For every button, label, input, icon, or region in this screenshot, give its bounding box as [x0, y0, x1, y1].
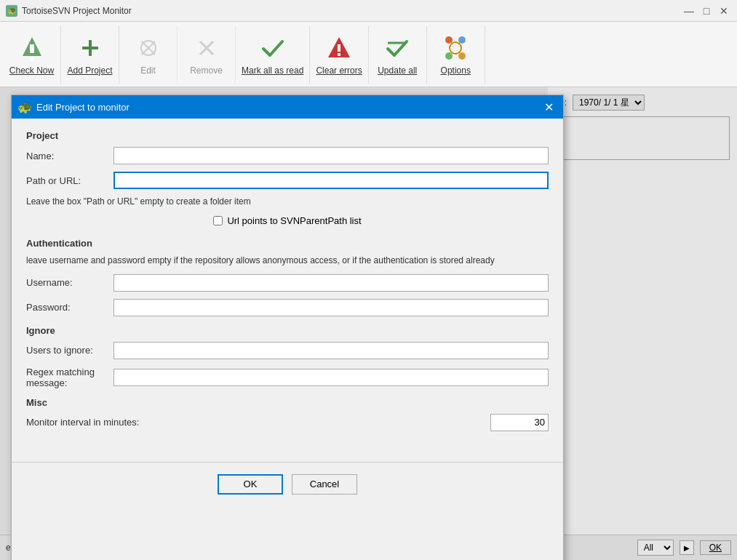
options-label: Options [441, 65, 471, 76]
mark-all-as-read-button[interactable]: Mark all as read [236, 25, 310, 84]
path-url-label: Path or URL: [26, 175, 113, 186]
regex-row: Regex matching message: [26, 367, 549, 388]
minimize-button[interactable]: — [682, 4, 696, 18]
svg-rect-1 [30, 44, 34, 53]
username-row: Username: [26, 274, 549, 292]
dialog-title-bar: 🐢 Edit Project to monitor ✕ [12, 95, 563, 119]
add-project-label: Add Project [67, 65, 112, 76]
users-ignore-label: Users to ignore: [26, 345, 113, 356]
dialog-title-icon: 🐢 [17, 100, 32, 114]
svn-parent-path-checkbox[interactable] [213, 216, 223, 225]
check-now-icon [17, 33, 47, 63]
auth-hint-text: leave username and password empty if the… [26, 255, 549, 267]
edit-project-dialog: 🐢 Edit Project to monitor ✕ Project Name… [11, 95, 564, 560]
update-all-icon [383, 33, 412, 63]
dialog-title-text: Edit Project to monitor [36, 102, 540, 113]
mark-all-read-icon [258, 33, 287, 63]
remove-label: Remove [190, 65, 223, 76]
dialog-cancel-button[interactable]: Cancel [292, 474, 357, 495]
maximize-button[interactable]: □ [699, 4, 714, 18]
auth-section-label: Authentication [26, 238, 549, 249]
svg-rect-4 [89, 40, 92, 56]
users-ignore-row: Users to ignore: [26, 342, 549, 359]
close-button[interactable]: ✕ [717, 4, 731, 18]
check-now-label: Check Now [9, 65, 54, 76]
password-label: Password: [26, 302, 113, 313]
options-button[interactable]: Options [427, 25, 485, 84]
password-input[interactable] [113, 299, 549, 316]
edit-icon [134, 33, 163, 63]
svg-point-18 [458, 52, 466, 60]
add-project-button[interactable]: Add Project [61, 25, 119, 84]
svg-point-15 [445, 36, 453, 44]
check-now-button[interactable]: Check Now [3, 25, 61, 84]
project-section-label: Project [26, 130, 549, 141]
update-all-button[interactable]: Update all [369, 25, 427, 84]
svg-rect-11 [338, 44, 340, 52]
misc-section: Misc Monitor interval in minutes: [26, 397, 549, 431]
path-hint-text: Leave the box "Path or URL" empty to cre… [26, 196, 549, 207]
dialog-footer: OK Cancel [12, 462, 563, 509]
path-url-input[interactable] [113, 172, 549, 189]
name-input[interactable] [113, 147, 549, 164]
svn-parent-path-row: Url points to SVNParentPath list [26, 215, 549, 226]
monitor-interval-label: Monitor interval in minutes: [26, 417, 490, 428]
svg-point-17 [445, 52, 453, 60]
ignore-section: Ignore Users to ignore: Regex matching m… [26, 325, 549, 388]
clear-errors-label: Clear errors [316, 65, 362, 76]
username-label: Username: [26, 277, 113, 288]
svg-point-16 [458, 36, 466, 44]
dialog-close-button[interactable]: ✕ [540, 98, 557, 116]
name-field-label: Name: [26, 151, 113, 161]
edit-button[interactable]: Edit [119, 25, 178, 84]
dialog-ok-button[interactable]: OK [218, 474, 283, 495]
regex-input[interactable] [113, 369, 549, 386]
name-row: Name: [26, 147, 549, 164]
monitor-interval-input[interactable] [490, 414, 549, 431]
svg-point-14 [450, 42, 461, 54]
monitor-interval-row: Monitor interval in minutes: [26, 414, 549, 431]
password-row: Password: [26, 299, 549, 316]
toolbar: Check Now Add Project Edit [0, 22, 737, 87]
remove-button[interactable]: Remove [178, 25, 236, 84]
title-bar: 🐢 TortoiseSVN Project Monitor — □ ✕ [0, 0, 737, 22]
path-url-row: Path or URL: [26, 172, 549, 189]
username-input[interactable] [113, 274, 549, 292]
edit-label: Edit [140, 65, 156, 76]
svg-point-2 [30, 57, 34, 61]
svg-rect-12 [338, 53, 340, 56]
users-ignore-input[interactable] [113, 342, 549, 359]
svn-parent-path-label: Url points to SVNParentPath list [227, 215, 361, 226]
misc-section-label: Misc [26, 397, 549, 408]
add-project-icon [76, 33, 105, 63]
ignore-section-label: Ignore [26, 325, 549, 336]
main-content: To: 1970/ 1/ 1 星 ed, showing 0 changed p… [0, 87, 737, 560]
mark-all-read-label: Mark all as read [242, 65, 303, 76]
options-icon [441, 33, 470, 63]
window-controls: — □ ✕ [682, 4, 731, 18]
app-icon: 🐢 [6, 5, 17, 17]
dialog-overlay: 🐢 Edit Project to monitor ✕ Project Name… [0, 87, 737, 560]
regex-label: Regex matching message: [26, 367, 113, 388]
remove-icon [192, 33, 221, 63]
app-title: TortoiseSVN Project Monitor [22, 6, 682, 16]
clear-errors-icon [324, 33, 354, 63]
clear-errors-button[interactable]: Clear errors [310, 25, 368, 84]
dialog-body: Project Name: Path or URL: Leave the box… [12, 119, 563, 450]
update-all-label: Update all [378, 65, 417, 76]
